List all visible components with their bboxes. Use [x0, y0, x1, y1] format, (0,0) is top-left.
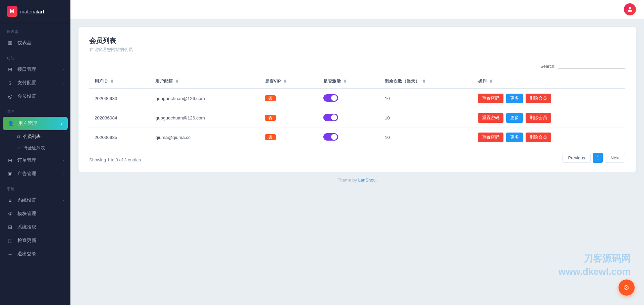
- delete-member-button[interactable]: 删除会员: [526, 94, 551, 103]
- payment-icon: $: [7, 80, 13, 86]
- sub-item-member-list[interactable]: □ 会员列表: [0, 131, 70, 142]
- sub-item-label: 待验证列表: [23, 145, 45, 151]
- fab-button[interactable]: ⚙: [619, 279, 635, 296]
- more-button[interactable]: 更多: [506, 94, 523, 103]
- cell-remaining: 10: [379, 89, 473, 108]
- cell-user-id: 202036983: [89, 89, 150, 108]
- sidebar-item-label: 用户管理: [18, 120, 37, 126]
- chevron-right-icon: ›: [62, 81, 64, 85]
- sort-icon: ⇅: [283, 79, 286, 84]
- col-remaining: 剩余次数（当天） ⇅: [379, 74, 473, 89]
- footer-link[interactable]: LanShou: [358, 177, 376, 183]
- toggle-knob: [331, 95, 337, 101]
- avatar[interactable]: [624, 3, 636, 15]
- reset-password-button[interactable]: 重置密码: [478, 133, 503, 142]
- sort-icon: ⇅: [175, 79, 178, 84]
- more-button[interactable]: 更多: [506, 113, 523, 123]
- topbar: [70, 0, 644, 19]
- cell-actions: 重置密码 更多 删除会员: [473, 108, 625, 128]
- sidebar-item-label: 接口管理: [17, 66, 36, 72]
- cell-email: guoguochuan@126.com: [150, 108, 260, 128]
- showing-text: Showing 1 to 3 of 3 entries: [89, 157, 141, 162]
- logo-brand-prefix: material: [20, 9, 38, 14]
- logo-brand-suffix: art: [38, 9, 44, 14]
- table-row: 202036985 qiuma@qiuma.cc 否 10 重置密码 更多 删除…: [89, 128, 625, 147]
- main-card: 会员列表 在此管理您网站的会员 Search: 用户ID ⇅ 用户邮箱 ⇅: [78, 27, 636, 172]
- sort-icon: ⇅: [422, 79, 425, 84]
- content-area: 会员列表 在此管理您网站的会员 Search: 用户ID ⇅ 用户邮箱 ⇅: [70, 19, 644, 305]
- cell-actions: 重置密码 更多 删除会员: [473, 89, 625, 108]
- logout-icon: →: [7, 251, 13, 257]
- table-row: 202036983 gouguochuan@126.com 否 10 重置密码 …: [89, 89, 625, 108]
- pagination-controls: Previous 1 Next: [562, 153, 625, 163]
- sidebar-item-member-settings[interactable]: ◎ 会员设置: [0, 90, 70, 103]
- svg-point-0: [629, 7, 631, 9]
- sub-item-pending-verify[interactable]: ≡ 待验证列表: [0, 142, 70, 154]
- col-is-vip: 是否VIP ⇅: [260, 74, 318, 89]
- prev-button[interactable]: Previous: [562, 153, 591, 163]
- cell-is-vip: 否: [260, 108, 318, 128]
- section-label-manage: 管理: [0, 103, 70, 116]
- search-row: Search:: [89, 61, 625, 69]
- cell-is-active: [318, 108, 379, 128]
- search-input[interactable]: [558, 61, 625, 69]
- more-button[interactable]: 更多: [506, 133, 523, 142]
- sidebar-item-ad-manage[interactable]: ▣ 广告管理 ›: [0, 167, 70, 181]
- active-toggle[interactable]: [323, 114, 338, 121]
- footer: Theme by LanShou.: [78, 172, 636, 188]
- sidebar-item-label: 模块管理: [17, 211, 36, 217]
- sidebar-item-order-manage[interactable]: ⊟ 订单管理 ›: [0, 154, 70, 167]
- chevron-right-icon: ›: [62, 172, 64, 176]
- api-icon: ⊞: [7, 66, 13, 73]
- table-row: 202036984 guoguochuan@126.com 否 10 重置密码 …: [89, 108, 625, 128]
- toggle-knob: [331, 134, 337, 140]
- sidebar-item-label: 检查更新: [17, 238, 36, 244]
- sidebar-item-label: 支付配置: [17, 80, 36, 86]
- logo-icon: M: [7, 6, 17, 17]
- sort-icon: ⇅: [343, 79, 346, 84]
- col-email: 用户邮箱 ⇅: [150, 74, 260, 89]
- sidebar-item-dashboard[interactable]: ▦ 仪表盘: [0, 36, 70, 50]
- sidebar-item-logout[interactable]: → 退出登录: [0, 247, 70, 261]
- sub-item-label: 会员列表: [23, 134, 41, 140]
- section-label-system: 系统: [0, 181, 70, 194]
- reset-password-button[interactable]: 重置密码: [478, 94, 503, 103]
- active-toggle[interactable]: [323, 94, 338, 102]
- chevron-right-icon: ›: [62, 67, 64, 71]
- sidebar: M materialart 仪表盘 ▦ 仪表盘 功能 ⊞ 接口管理 › $ 支付…: [0, 0, 70, 305]
- module-icon: ①: [7, 210, 13, 217]
- sidebar-item-api-manage[interactable]: ⊞ 接口管理 ›: [0, 63, 70, 76]
- page-1-button[interactable]: 1: [593, 153, 603, 163]
- chevron-right-icon: ›: [62, 198, 64, 202]
- sidebar-item-system-auth[interactable]: ⊟ 系统授权: [0, 220, 70, 234]
- vip-badge: 否: [265, 95, 276, 101]
- sidebar-item-label: 系统设置: [17, 197, 36, 203]
- sidebar-item-payment-config[interactable]: $ 支付配置 ›: [0, 76, 70, 90]
- reset-password-button[interactable]: 重置密码: [478, 113, 503, 123]
- cell-remaining: 10: [379, 128, 473, 147]
- toggle-knob: [331, 114, 337, 120]
- next-button[interactable]: Next: [605, 153, 625, 163]
- logo-text: materialart: [20, 9, 45, 14]
- sidebar-item-system-settings[interactable]: ≡ 系统设置 ›: [0, 194, 70, 207]
- section-label-dashboard: 仪表盘: [0, 23, 70, 36]
- delete-member-button[interactable]: 删除会员: [526, 113, 551, 123]
- sidebar-item-label: 会员设置: [17, 93, 36, 99]
- sidebar-item-label: 广告管理: [17, 171, 36, 177]
- cell-remaining: 10: [379, 108, 473, 128]
- list-icon: ≡: [17, 146, 20, 150]
- col-is-active: 是否激活 ⇅: [318, 74, 379, 89]
- order-icon: ⊟: [7, 157, 13, 164]
- cell-email: qiuma@qiuma.cc: [150, 128, 260, 147]
- sidebar-item-user-manage[interactable]: 👤 用户管理 ∨: [3, 117, 68, 130]
- sidebar-item-check-update[interactable]: ◫ 检查更新: [0, 234, 70, 247]
- sidebar-item-module-manage[interactable]: ① 模块管理: [0, 207, 70, 220]
- section-label-features: 功能: [0, 50, 70, 63]
- ad-icon: ▣: [7, 170, 13, 177]
- sidebar-item-label: 仪表盘: [17, 40, 32, 46]
- sidebar-item-label: 退出登录: [17, 251, 36, 257]
- cell-actions: 重置密码 更多 删除会员: [473, 128, 625, 147]
- delete-member-button[interactable]: 删除会员: [526, 133, 551, 142]
- active-toggle[interactable]: [323, 133, 338, 141]
- cell-user-id: 202036984: [89, 108, 150, 128]
